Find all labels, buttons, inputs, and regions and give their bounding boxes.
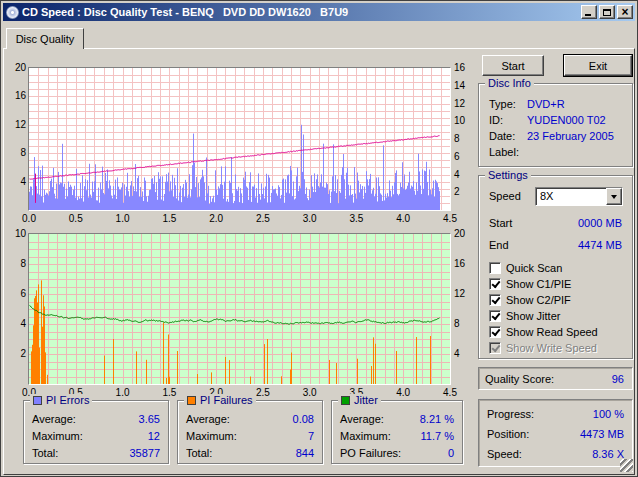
axis-tick-label: 16 bbox=[454, 258, 465, 269]
axis-tick-label: 4 bbox=[454, 169, 460, 180]
axis-tick-label: 4.5 bbox=[443, 213, 457, 224]
stat-row: Maximum:11.7 % bbox=[332, 428, 462, 445]
disc-info-row: ID:YUDEN000 T02 bbox=[489, 112, 632, 128]
axis-tick-label: 4.5 bbox=[443, 387, 457, 398]
pi-failures-panel: PI Failures Average:0.08 Maximum:7 Total… bbox=[177, 400, 323, 464]
jitter-legend-swatch bbox=[341, 396, 350, 405]
window-title: CD Speed : Disc Quality Test - BENQ DVD … bbox=[22, 6, 581, 18]
start-field-label: Start bbox=[489, 217, 512, 229]
tab-label: Disc Quality bbox=[16, 33, 75, 45]
maximize-icon bbox=[603, 9, 611, 16]
axis-tick-label: 3.0 bbox=[303, 387, 317, 398]
stat-row: Maximum:12 bbox=[24, 428, 168, 445]
axis-tick-label: 12 bbox=[454, 288, 465, 299]
jitter-panel-title: Jitter bbox=[354, 394, 378, 406]
checkbox-show-c1-pie[interactable]: Show C1/PIE bbox=[489, 276, 626, 292]
quality-score-value: 96 bbox=[612, 373, 632, 385]
axis-tick-label: 10 bbox=[15, 228, 26, 239]
axis-tick-label: 1.0 bbox=[116, 387, 130, 398]
checkbox-show-jitter[interactable]: Show Jitter bbox=[489, 308, 626, 324]
position-row: Position:4473 MB bbox=[487, 424, 624, 444]
pi-errors-chart bbox=[28, 67, 451, 211]
axis-tick-label: 8 bbox=[20, 258, 26, 269]
progress-row: Progress:100 % bbox=[487, 404, 624, 424]
maximize-button[interactable] bbox=[599, 5, 615, 19]
start-button[interactable]: Start bbox=[482, 55, 544, 76]
checkbox-box[interactable] bbox=[489, 310, 501, 322]
pi-errors-panel: PI Errors Average:3.65 Maximum:12 Total:… bbox=[23, 400, 169, 464]
start-field-value: 0000 MB bbox=[578, 217, 622, 229]
axis-tick-label: 4 bbox=[20, 318, 26, 329]
axis-tick-label: 6 bbox=[20, 288, 26, 299]
checkbox-show-read-speed[interactable]: Show Read Speed bbox=[489, 324, 626, 340]
status-panel: Progress:100 % Position:4473 MB Speed:8.… bbox=[478, 399, 633, 467]
cd-disc-icon bbox=[6, 6, 19, 19]
disc-info-title: Disc Info bbox=[485, 77, 534, 89]
axis-tick-label: 4.0 bbox=[396, 387, 410, 398]
window-controls bbox=[581, 5, 633, 19]
speed-label: Speed bbox=[489, 190, 521, 202]
pi-errors-legend-swatch bbox=[33, 396, 42, 405]
tab-disc-quality[interactable]: Disc Quality bbox=[6, 28, 84, 49]
checkbox-box[interactable] bbox=[489, 326, 501, 338]
axis-tick-label: 6 bbox=[454, 151, 460, 162]
axis-tick-label: 20 bbox=[15, 62, 26, 73]
axis-tick-label: 2 bbox=[20, 348, 26, 359]
axis-tick-label: 1.5 bbox=[162, 387, 176, 398]
axis-tick-label: 12 bbox=[15, 119, 26, 130]
checkbox-box bbox=[489, 342, 501, 354]
axis-tick-label: 2.0 bbox=[209, 213, 223, 224]
axis-tick-label: 12 bbox=[454, 98, 465, 109]
pi-errors-panel-caption: PI Errors bbox=[30, 394, 92, 406]
resize-grip[interactable] bbox=[620, 459, 633, 472]
pi-errors-plot-canvas bbox=[29, 68, 450, 210]
checkbox-box[interactable] bbox=[489, 278, 501, 290]
pi-failures-plot-canvas bbox=[29, 234, 450, 384]
pi-failures-panel-title: PI Failures bbox=[200, 394, 253, 406]
quality-score-label: Quality Score: bbox=[479, 373, 554, 385]
pi-failures-legend-swatch bbox=[187, 396, 196, 405]
checkbox-box[interactable] bbox=[489, 262, 501, 274]
exit-button[interactable]: Exit bbox=[564, 55, 632, 76]
pi-failures-chart bbox=[28, 233, 451, 385]
axis-tick-label: 1.5 bbox=[162, 213, 176, 224]
pi-errors-x-axis: 0.00.51.01.52.02.53.03.54.04.5 bbox=[29, 213, 450, 225]
settings-title: Settings bbox=[485, 169, 531, 181]
axis-tick-label: 1.0 bbox=[116, 213, 130, 224]
end-field-label: End bbox=[489, 239, 509, 251]
jitter-panel: Jitter Average:8.21 % Maximum:11.7 % PO … bbox=[331, 400, 463, 464]
axis-tick-label: 16 bbox=[15, 90, 26, 101]
jitter-right-axis: 20161284 bbox=[454, 233, 474, 383]
axis-tick-label: 3.0 bbox=[303, 213, 317, 224]
checkbox-show-write-speed: Show Write Speed bbox=[489, 340, 626, 356]
checkbox-quick-scan[interactable]: Quick Scan bbox=[489, 260, 626, 276]
stat-row: Average:8.21 % bbox=[332, 411, 462, 428]
minimize-button[interactable] bbox=[581, 5, 597, 19]
checkbox-show-c2-pif[interactable]: Show C2/PIF bbox=[489, 292, 626, 308]
checkbox-box[interactable] bbox=[489, 294, 501, 306]
chevron-down-icon[interactable] bbox=[606, 188, 622, 205]
stat-row: Total:35877 bbox=[24, 445, 168, 462]
speed-select[interactable]: 8X bbox=[535, 187, 623, 206]
axis-tick-label: 8 bbox=[20, 147, 26, 158]
stat-row: PO Failures:0 bbox=[332, 445, 462, 462]
app-window: CD Speed : Disc Quality Test - BENQ DVD … bbox=[0, 0, 638, 477]
axis-tick-label: 20 bbox=[454, 228, 465, 239]
pi-errors-panel-title: PI Errors bbox=[46, 394, 89, 406]
exit-button-label: Exit bbox=[589, 60, 607, 72]
speed-selected-value: 8X bbox=[536, 188, 606, 205]
disc-info-row: Label: bbox=[489, 144, 632, 160]
close-button[interactable] bbox=[617, 5, 633, 19]
jitter-panel-caption: Jitter bbox=[338, 394, 381, 406]
axis-tick-label: 2 bbox=[454, 186, 460, 197]
axis-tick-label: 0.5 bbox=[69, 213, 83, 224]
settings-group: Settings Speed 8X Start 0000 MB End 4474… bbox=[478, 175, 633, 359]
axis-tick-label: 0.0 bbox=[22, 213, 36, 224]
axis-tick-label: 4 bbox=[454, 348, 460, 359]
axis-tick-label: 10 bbox=[454, 115, 465, 126]
axis-tick-label: 16 bbox=[454, 62, 465, 73]
axis-tick-label: 14 bbox=[454, 80, 465, 91]
close-icon bbox=[621, 6, 628, 18]
title-bar[interactable]: CD Speed : Disc Quality Test - BENQ DVD … bbox=[3, 3, 635, 21]
pi-failures-left-axis: 108642 bbox=[7, 233, 26, 383]
